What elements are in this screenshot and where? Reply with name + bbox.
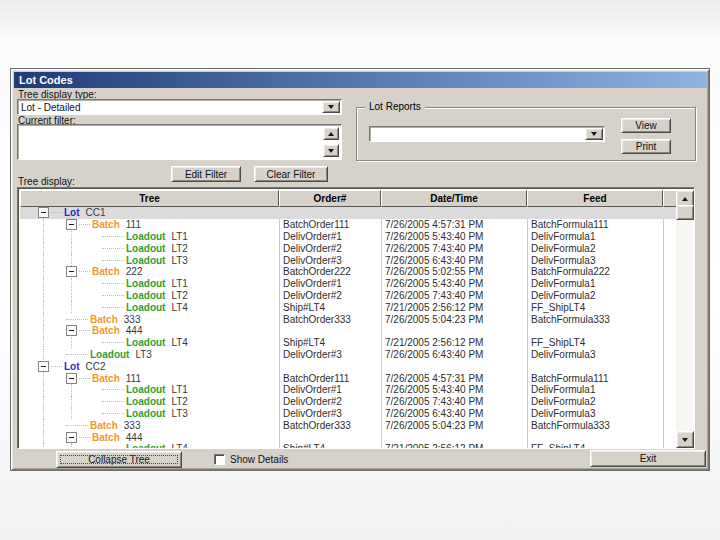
tree-connector-line bbox=[43, 443, 44, 448]
node-kind-label: Lot bbox=[64, 361, 80, 372]
tree-connector-line bbox=[71, 290, 72, 302]
tree-row[interactable]: LoadoutLT1DelivOrder#17/26/2005 5:43:40 … bbox=[20, 231, 678, 243]
lot-reports-dropdown-button[interactable] bbox=[585, 128, 603, 140]
column-header-order[interactable]: Order# bbox=[279, 190, 381, 207]
minus-box-icon[interactable] bbox=[66, 266, 77, 277]
tree-row[interactable]: LotCC2 bbox=[20, 360, 678, 372]
tree-connector-dash bbox=[102, 283, 124, 284]
tree-row[interactable]: Batch333BatchOrder3337/26/2005 5:04:23 P… bbox=[20, 313, 678, 325]
node-name: 222 bbox=[126, 266, 143, 277]
table-vertical-scrollbar[interactable] bbox=[676, 190, 692, 448]
tree-row[interactable]: LotCC1 bbox=[20, 207, 678, 219]
column-header-datetime[interactable]: Date/Time bbox=[381, 190, 527, 207]
tree-row[interactable]: Batch111BatchOrder1117/26/2005 4:57:31 P… bbox=[20, 219, 678, 231]
node-name: LT1 bbox=[171, 278, 188, 289]
minus-box-icon[interactable] bbox=[66, 432, 77, 443]
clear-filter-button[interactable]: Clear Filter bbox=[254, 166, 328, 182]
scroll-down-button[interactable] bbox=[676, 431, 694, 448]
tree-row[interactable]: Batch444 bbox=[20, 431, 678, 443]
filter-scroll-up-button[interactable] bbox=[323, 127, 339, 140]
minus-box-icon[interactable] bbox=[38, 361, 49, 372]
tree-connector-line bbox=[43, 384, 44, 396]
tree-connector-line bbox=[71, 254, 72, 266]
minus-box-icon[interactable] bbox=[66, 373, 77, 384]
chevron-down-icon bbox=[328, 105, 334, 109]
feed-cell: DelivFormula2 bbox=[527, 290, 663, 301]
scrollbar-thumb[interactable] bbox=[676, 205, 694, 220]
node-kind-label: Loadout bbox=[126, 396, 165, 407]
order-cell: DelivOrder#2 bbox=[279, 290, 381, 301]
tree-row[interactable]: LoadoutLT2DelivOrder#27/26/2005 7:43:40 … bbox=[20, 290, 678, 302]
tree-row[interactable]: LoadoutLT1DelivOrder#17/26/2005 5:43:40 … bbox=[20, 278, 678, 290]
order-cell: BatchOrder111 bbox=[279, 219, 381, 230]
print-label: Print bbox=[636, 141, 657, 152]
tree-row[interactable]: LoadoutLT3DelivOrder#37/26/2005 6:43:40 … bbox=[20, 254, 678, 266]
feed-cell: FF_ShipLT4 bbox=[527, 302, 663, 313]
tree-row[interactable]: LoadoutLT1DelivOrder#17/26/2005 5:43:40 … bbox=[20, 384, 678, 396]
tree-row[interactable]: Batch222BatchOrder2227/26/2005 5:02:55 P… bbox=[20, 266, 678, 278]
exit-button[interactable]: Exit bbox=[590, 450, 706, 467]
minus-glyph bbox=[69, 378, 74, 379]
exit-label: Exit bbox=[640, 453, 657, 464]
node-kind-label: Batch bbox=[92, 432, 120, 443]
node-name: 444 bbox=[126, 325, 143, 336]
edit-filter-button[interactable]: Edit Filter bbox=[171, 166, 241, 182]
tree-connector-dash bbox=[102, 260, 124, 261]
datetime-cell: 7/21/2005 2:56:12 PM bbox=[381, 302, 527, 313]
node-kind-label: Loadout bbox=[126, 243, 165, 254]
filter-scroll-down-button[interactable] bbox=[323, 144, 339, 157]
tree-connector-line bbox=[71, 396, 72, 408]
collapse-tree-button[interactable]: Collapse Tree bbox=[56, 451, 182, 468]
tree-connector-dash bbox=[79, 437, 90, 438]
column-header-tree[interactable]: Tree bbox=[20, 190, 279, 207]
minus-glyph bbox=[41, 366, 46, 367]
edit-filter-label: Edit Filter bbox=[185, 169, 227, 180]
tree-connector-line bbox=[71, 301, 72, 313]
tree-row[interactable]: Batch444 bbox=[20, 325, 678, 337]
view-button[interactable]: View bbox=[621, 118, 671, 133]
tree-connector-dash bbox=[102, 413, 124, 414]
show-details-checkbox[interactable] bbox=[214, 454, 225, 465]
feed-cell: DelivFormula3 bbox=[527, 408, 663, 419]
node-kind-label: Batch bbox=[92, 325, 120, 336]
table-body: LotCC1Batch111BatchOrder1117/26/2005 4:5… bbox=[20, 207, 678, 448]
feed-cell: DelivFormula1 bbox=[527, 384, 663, 395]
tree-row[interactable]: LoadoutLT2DelivOrder#27/26/2005 7:43:40 … bbox=[20, 396, 678, 408]
datetime-cell: 7/26/2005 6:43:40 PM bbox=[381, 408, 527, 419]
minus-box-icon[interactable] bbox=[66, 219, 77, 230]
tree-row[interactable]: LoadoutLT4Ship#LT47/21/2005 2:56:12 PMFF… bbox=[20, 337, 678, 349]
tree-row[interactable]: LoadoutLT3DelivOrder#37/26/2005 6:43:40 … bbox=[20, 408, 678, 420]
tree-connector-dash bbox=[66, 425, 88, 426]
tree-connector-dash bbox=[102, 401, 124, 402]
datetime-cell: 7/26/2005 5:43:40 PM bbox=[381, 231, 527, 242]
tree-connector-line bbox=[43, 325, 44, 337]
tree-row[interactable]: LoadoutLT2DelivOrder#27/26/2005 7:43:40 … bbox=[20, 242, 678, 254]
window-title: Lot Codes bbox=[19, 74, 73, 86]
tree-display-type-select[interactable]: Lot - Detailed bbox=[17, 99, 342, 115]
column-header-feed[interactable]: Feed bbox=[527, 190, 663, 207]
order-cell: DelivOrder#3 bbox=[279, 408, 381, 419]
tree-row[interactable]: Batch333BatchOrder3337/26/2005 5:04:23 P… bbox=[20, 419, 678, 431]
current-filter-textarea[interactable] bbox=[17, 124, 342, 160]
tree-connector-line bbox=[71, 231, 72, 243]
minus-box-icon[interactable] bbox=[38, 207, 49, 218]
tree-row[interactable]: LoadoutLT4Ship#LT47/21/2005 2:56:12 PMFF… bbox=[20, 443, 678, 448]
node-name: 111 bbox=[126, 373, 141, 384]
tree-row[interactable]: LoadoutLT4Ship#LT47/21/2005 2:56:12 PMFF… bbox=[20, 301, 678, 313]
tree-connector-dash bbox=[102, 248, 124, 249]
tree-connector-line bbox=[71, 242, 72, 254]
minus-glyph bbox=[69, 437, 74, 438]
node-kind-label: Loadout bbox=[126, 278, 165, 289]
order-cell: DelivOrder#1 bbox=[279, 231, 381, 242]
minus-box-icon[interactable] bbox=[66, 325, 77, 336]
title-bar[interactable]: Lot Codes bbox=[14, 72, 708, 88]
tree-row[interactable]: Batch111BatchOrder1117/26/2005 4:57:31 P… bbox=[20, 372, 678, 384]
tree-row[interactable]: LoadoutLT3DelivOrder#37/26/2005 6:43:40 … bbox=[20, 349, 678, 361]
tree-display-type-dropdown-button[interactable] bbox=[322, 101, 340, 113]
print-button[interactable]: Print bbox=[621, 139, 671, 154]
lot-reports-select[interactable] bbox=[369, 126, 605, 142]
node-kind-label: Batch bbox=[92, 219, 120, 230]
node-name: LT3 bbox=[171, 255, 188, 266]
tree-connector-dash bbox=[102, 295, 124, 296]
tree-display-label: Tree display: bbox=[18, 176, 75, 187]
